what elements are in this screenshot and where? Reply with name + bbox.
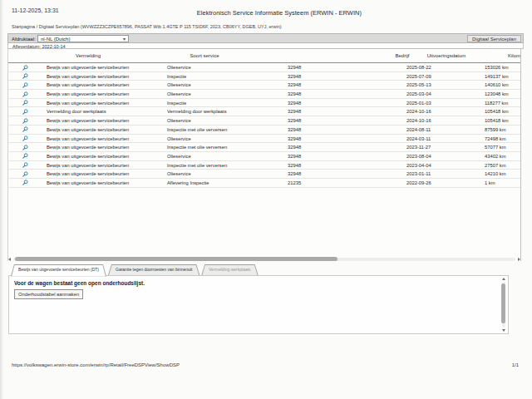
magnifier-icon[interactable] <box>22 91 28 97</box>
table-row: Bewijs van uitgevoerde servicebeurten Ol… <box>8 63 520 72</box>
cell-vermelding: Bewijs van uitgevoerde servicebeurten <box>47 170 129 179</box>
tab-vermelding-werkplaats[interactable]: Vermelding werkplaats <box>201 264 258 275</box>
table-row: Bewijs van uitgevoerde servicebeurten In… <box>8 143 520 152</box>
table-row: Bewijs van uitgevoerde servicebeurten In… <box>8 126 520 135</box>
cell-uitvoeringsdatum: 2025-01-03 <box>406 99 431 108</box>
cell-vermelding: Bewijs van uitgevoerde servicebeurten <box>47 143 129 152</box>
cell-bedrijf: 32948 <box>288 152 301 161</box>
print-language-value: nl-NL (Dutch) <box>41 37 70 42</box>
cell-uitvoeringsdatum: 2023-11-27 <box>406 143 431 152</box>
magnifier-icon[interactable] <box>22 65 28 71</box>
cell-kilometerstand: 153026 km <box>485 63 509 72</box>
cell-bedrijf: 32948 <box>288 143 301 152</box>
column-header-soort-service: Soort service <box>190 53 219 58</box>
cell-vermelding: Vermelding door werkplaats <box>47 107 106 116</box>
cell-bedrijf: 32948 <box>288 90 301 99</box>
cell-soort-service: Olieservice <box>167 116 191 126</box>
cell-vermelding: Bewijs van uitgevoerde servicebeurten <box>47 90 129 99</box>
delivery-date-label: Afleverdatum: <box>12 44 41 49</box>
cell-soort-service: Inspectie met olie verversen <box>167 143 227 152</box>
cell-soort-service: Olieservice <box>167 63 191 72</box>
magnifier-icon[interactable] <box>22 126 28 132</box>
cell-vermelding: Bewijs van uitgevoerde servicebeurten <box>47 81 129 90</box>
cell-bedrijf: 32948 <box>288 161 301 170</box>
scroll-left-icon[interactable] <box>8 258 11 261</box>
magnifier-icon[interactable] <box>22 100 28 106</box>
cell-kilometerstand: 140610 km <box>485 81 509 90</box>
column-header-uitvoeringsdatum: Uitvoeringsdatum <box>427 53 466 58</box>
cell-vermelding: Bewijs van uitgevoerde servicebeurten <box>47 161 129 170</box>
table-row: Bewijs van uitgevoerde servicebeurten Ol… <box>8 90 520 99</box>
magnifier-icon[interactable] <box>22 109 28 115</box>
horizontal-scrollbar[interactable] <box>7 256 521 262</box>
cell-uitvoeringsdatum: 2023-04-04 <box>406 161 431 170</box>
cell-uitvoeringsdatum: 2025-07-09 <box>406 72 431 81</box>
print-timestamp: 11-12-2025, 13:31 <box>12 7 59 13</box>
cell-soort-service: Inspectie <box>167 72 186 81</box>
cell-kilometerstand: 105418 km <box>485 107 509 116</box>
table-row: Bewijs van uitgevoerde servicebeurten Ol… <box>8 152 520 161</box>
cell-uitvoeringsdatum: 2023-08-04 <box>406 152 431 161</box>
cell-uitvoeringsdatum: 2023-01-11 <box>406 170 431 179</box>
vertical-scrollbar[interactable] <box>500 277 506 332</box>
scroll-down-icon[interactable] <box>502 329 505 332</box>
table-body: Bewijs van uitgevoerde servicebeurten Ol… <box>8 63 520 188</box>
digitaal-serviceplan-button[interactable]: Digitaal Serviceplan <box>467 35 521 42</box>
cell-bedrijf: 32948 <box>288 81 301 90</box>
cell-uitvoeringsdatum: 2022-09-26 <box>406 179 431 188</box>
cell-kilometerstand: 149137 km <box>485 72 509 81</box>
column-header-bedrijf: Bedrijf <box>395 53 409 58</box>
cell-bedrijf: 32948 <box>288 72 301 81</box>
magnifier-icon[interactable] <box>22 153 28 159</box>
print-language-select[interactable]: nl-NL (Dutch) ▾ <box>37 35 129 42</box>
cell-bedrijf: 32948 <box>288 126 301 135</box>
horizontal-scrollbar-thumb[interactable] <box>15 257 337 261</box>
cell-soort-service: Aflevering Inspectie <box>167 179 209 188</box>
scan-edge-shadow <box>0 0 3 399</box>
cell-soort-service: Olieservice <box>167 90 191 99</box>
table-header-row: Vermelding Soort service Bedrijf Uitvoer… <box>8 49 520 63</box>
magnifier-icon[interactable] <box>22 73 28 79</box>
cell-vermelding: Bewijs van uitgevoerde servicebeurten <box>47 72 129 81</box>
table-row: Bewijs van uitgevoerde servicebeurten In… <box>8 72 520 81</box>
table-row: Bewijs van uitgevoerde servicebeurten Ol… <box>8 116 520 126</box>
magnifier-icon[interactable] <box>22 162 28 168</box>
create-maintenance-table-button[interactable]: Onderhoudstabel aanmaken <box>14 289 83 299</box>
service-history-table: Vermelding Soort service Bedrijf Uitvoer… <box>7 49 521 261</box>
scroll-up-icon[interactable] <box>502 278 505 280</box>
tab-bewijs-servicebeurten[interactable]: Bewijs van uitgevoerde servicebeurten (D… <box>11 264 106 277</box>
cell-kilometerstand: 123048 km <box>485 90 509 99</box>
magnifier-icon[interactable] <box>22 171 28 177</box>
cell-bedrijf: 32948 <box>288 63 301 72</box>
cell-soort-service: Inspectie met olie verversen <box>167 126 227 135</box>
tab-garantie-doorroesten[interactable]: Garantie tegen doorroesten van binnenuit <box>108 264 200 275</box>
cell-bedrijf: 32948 <box>288 170 301 179</box>
cell-vermelding: Bewijs van uitgevoerde servicebeurten <box>47 126 129 135</box>
toolbar: Afdruktaal: nl-NL (Dutch) ▾ Digitaal Ser… <box>7 33 524 43</box>
cell-vermelding: Bewijs van uitgevoerde servicebeurten <box>47 152 129 161</box>
cell-uitvoeringsdatum: 2024-03-11 <box>406 135 431 144</box>
cell-kilometerstand: 72498 km <box>485 135 505 144</box>
scroll-right-icon[interactable] <box>518 258 520 261</box>
table-row: Bewijs van uitgevoerde servicebeurten In… <box>8 99 520 108</box>
magnifier-icon[interactable] <box>22 118 28 124</box>
magnifier-icon[interactable] <box>22 82 28 88</box>
cell-kilometerstand: 118277 km <box>485 99 508 108</box>
breadcrumb[interactable]: Startpagina / Digitaal Serviceplan (WVWZ… <box>12 24 282 29</box>
cell-bedrijf: 21235 <box>288 179 301 188</box>
cell-vermelding: Bewijs van uitgevoerde servicebeurten <box>47 99 129 108</box>
footer-url: https://volkswagen.erwin-store.com/erwin… <box>12 362 180 367</box>
cell-vermelding: Bewijs van uitgevoerde servicebeurten <box>47 63 129 72</box>
cell-soort-service: Olieservice <box>167 81 191 90</box>
cell-bedrijf: 32948 <box>288 135 301 144</box>
magnifier-icon[interactable] <box>22 145 28 150</box>
magnifier-icon[interactable] <box>22 135 28 141</box>
delivery-date-value: 2022-10-14 <box>42 44 65 49</box>
cell-kilometerstand: 14210 km <box>485 170 505 179</box>
magnifier-icon[interactable] <box>22 180 28 185</box>
cell-vermelding: Bewijs van uitgevoerde servicebeurten <box>47 135 129 144</box>
delivery-strip: Afleverdatum: 2022-10-14 <box>7 43 524 49</box>
cell-uitvoeringsdatum: 2025-03-04 <box>406 90 431 99</box>
vertical-scrollbar-thumb[interactable] <box>501 283 505 323</box>
tab-label: Bewijs van uitgevoerde servicebeurten (D… <box>11 264 106 275</box>
